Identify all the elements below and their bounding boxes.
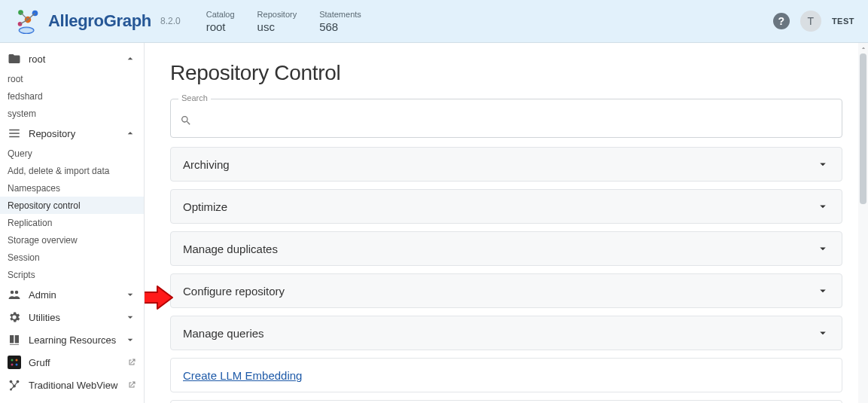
chevron-up-icon (124, 53, 136, 65)
svg-point-10 (15, 291, 19, 295)
panel-manage-duplicates[interactable]: Manage duplicates (170, 231, 842, 266)
app-header: AllegroGraph 8.2.0 Catalog root Reposito… (0, 0, 868, 43)
header-right: ? T TEST (773, 11, 854, 32)
search-icon (180, 114, 192, 127)
scrollbar-arrow-up-icon[interactable] (858, 44, 868, 53)
sidebar-item-storage-overview[interactable]: Storage overview (0, 231, 144, 249)
sidebar-section-admin[interactable]: Admin (0, 283, 144, 306)
svg-line-5 (28, 14, 35, 20)
graph-icon (8, 378, 21, 392)
stat-value: root (206, 20, 235, 33)
chevron-down-icon (816, 284, 830, 298)
sidebar-item-label: Gruff (29, 357, 123, 368)
panel-configure-repository[interactable]: Configure repository (170, 273, 842, 308)
svg-point-8 (20, 28, 34, 34)
sidebar-section-root[interactable]: root (0, 47, 144, 70)
panel-create-llm-embedding[interactable]: Create LLM Embedding (170, 358, 842, 392)
stat-repository[interactable]: Repository usc (257, 10, 297, 33)
brand-name: AllegroGraph (48, 11, 151, 31)
chevron-down-icon (124, 334, 136, 346)
sidebar-item-label: Traditional WebView (29, 380, 123, 391)
panel-optimize[interactable]: Optimize (170, 189, 842, 224)
book-icon (8, 333, 21, 347)
gear-icon (8, 310, 21, 324)
stat-value: usc (257, 20, 297, 33)
panel-label: Configure repository (183, 285, 816, 298)
external-link-icon (127, 380, 136, 389)
sidebar-item-scripts[interactable]: Scripts (0, 266, 144, 283)
chevron-down-icon (816, 326, 830, 340)
stat-catalog[interactable]: Catalog root (206, 10, 235, 33)
sidebar-section-learning[interactable]: Learning Resources (0, 328, 144, 351)
sidebar-section-utilities[interactable]: Utilities (0, 306, 144, 328)
sidebar-section-repository[interactable]: Repository (0, 122, 144, 145)
search-input[interactable] (198, 111, 833, 130)
sidebar-item-query[interactable]: Query (0, 145, 144, 162)
user-label: TEST (832, 17, 854, 26)
sidebar: root root fedshard system Repository Que… (0, 43, 145, 403)
sidebar-item-label: root (29, 53, 124, 65)
chevron-down-icon (816, 200, 830, 213)
sidebar-item-fedshard[interactable]: fedshard (0, 87, 144, 105)
admin-icon (8, 288, 21, 301)
help-icon[interactable]: ? (773, 13, 790, 29)
panel-link[interactable]: Create LLM Embedding (183, 369, 302, 382)
sidebar-item-label: Learning Resources (29, 334, 124, 346)
logo-icon (14, 7, 42, 35)
main-content: Repository Control Search Archiving Opti… (145, 43, 868, 403)
svg-point-3 (18, 22, 23, 26)
stat-value: 568 (319, 20, 361, 33)
sidebar-item-traditional-webview[interactable]: Traditional WebView (0, 374, 144, 396)
page-title: Repository Control (170, 61, 842, 85)
sidebar-item-replication[interactable]: Replication (0, 214, 144, 231)
stat-label: Catalog (206, 10, 235, 19)
brand[interactable]: AllegroGraph 8.2.0 (14, 7, 181, 35)
panel-label: Manage queries (183, 327, 816, 340)
panel-sessions-transactions[interactable]: Sessions & Active Transactions (170, 400, 842, 403)
chevron-down-icon (124, 311, 136, 323)
panel-label: Optimize (183, 200, 816, 213)
sidebar-item-root[interactable]: root (0, 70, 144, 87)
sidebar-item-label: Utilities (29, 312, 124, 323)
svg-point-9 (11, 291, 14, 295)
vertical-scrollbar[interactable] (858, 43, 868, 403)
chevron-up-icon (124, 127, 136, 139)
folder-icon (8, 52, 21, 66)
svg-point-14 (11, 364, 14, 366)
search-legend: Search (178, 93, 211, 102)
sidebar-item-label: Repository (29, 128, 124, 139)
header-stats: Catalog root Repository usc Statements 5… (206, 10, 361, 33)
sidebar-item-namespaces[interactable]: Namespaces (0, 179, 144, 197)
sidebar-item-gruff[interactable]: Gruff (0, 351, 144, 374)
svg-rect-11 (8, 356, 21, 369)
stat-statements[interactable]: Statements 568 (319, 10, 361, 33)
scrollbar-thumb[interactable] (860, 53, 866, 204)
brand-version: 8.2.0 (160, 16, 181, 26)
search-box[interactable]: Search (170, 99, 842, 138)
sidebar-item-label: Admin (29, 289, 124, 301)
chevron-down-icon (816, 242, 830, 255)
svg-point-15 (16, 364, 18, 366)
sidebar-item-system[interactable]: system (0, 105, 144, 122)
sidebar-item-add-import[interactable]: Add, delete & import data (0, 162, 144, 179)
avatar[interactable]: T (800, 11, 821, 32)
svg-point-13 (16, 359, 18, 362)
panel-label: Archiving (183, 158, 816, 171)
svg-line-20 (11, 382, 15, 386)
stat-label: Repository (257, 10, 297, 19)
svg-point-12 (11, 359, 14, 362)
list-icon (8, 127, 21, 140)
stat-label: Statements (319, 10, 361, 19)
panel-archiving[interactable]: Archiving (170, 147, 842, 182)
external-link-icon (127, 358, 136, 367)
svg-line-4 (21, 13, 29, 20)
svg-line-22 (11, 386, 15, 390)
sidebar-item-repository-control[interactable]: Repository control (0, 197, 144, 214)
sidebar-item-session[interactable]: Session (0, 249, 144, 266)
chevron-down-icon (816, 157, 830, 171)
chevron-down-icon (124, 289, 136, 301)
panel-label: Manage duplicates (183, 243, 816, 255)
svg-line-21 (14, 382, 18, 386)
gruff-icon (8, 356, 21, 369)
panel-manage-queries[interactable]: Manage queries (170, 316, 842, 350)
